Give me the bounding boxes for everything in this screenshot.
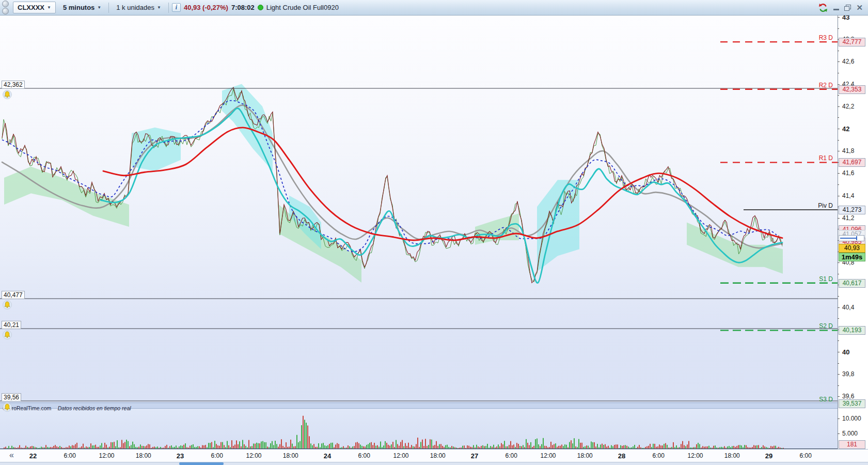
alert-bell-icon[interactable] (3, 402, 12, 412)
volume-tick (838, 433, 840, 434)
price-tick (838, 17, 840, 18)
time-axis-label: 6:00 (64, 452, 76, 459)
minimize-button[interactable] (833, 5, 839, 10)
price-tick (838, 307, 840, 308)
timeframe-label: 5 minutos (63, 4, 94, 11)
time-axis-label: 6:00 (653, 452, 665, 459)
alert-bell-icon[interactable] (3, 330, 12, 339)
volume-tick (838, 419, 840, 419)
alert-bell-icon[interactable] (3, 300, 12, 309)
price-tick (838, 262, 840, 263)
candle-countdown-badge: 1m49s (839, 253, 865, 261)
time-axis-label: 18:00 (577, 452, 593, 459)
price-tick-label: 41,6 (842, 169, 854, 177)
price-level-badge: 41,273 (839, 206, 865, 214)
price-tick-label: 41,8 (842, 147, 854, 154)
time-axis-label: 28 (618, 452, 625, 460)
price-minor-tick (838, 340, 839, 341)
time-axis-label: 18:00 (430, 452, 446, 459)
time-axis-label: 12:00 (540, 452, 556, 459)
instrument-selector[interactable]: CLXXXX ▼ (13, 2, 56, 13)
refresh-icon[interactable] (818, 3, 828, 13)
price-tick (838, 218, 840, 219)
units-selector[interactable]: 1 k unidades ▼ (112, 2, 165, 13)
instrument-label: CLXXXX (18, 4, 44, 11)
price-minor-tick (838, 28, 839, 29)
chevron-down-icon: ▼ (97, 5, 101, 10)
current-volume-badge: 181 (839, 440, 865, 449)
grip-knob-icon (2, 1, 9, 7)
alert-bell-icon[interactable] (3, 90, 12, 99)
pivot-level-label: S2 D (819, 322, 833, 330)
price-tick-label: 41,2 (842, 214, 854, 222)
chevron-down-icon: ▼ (157, 5, 161, 10)
price-tick (838, 173, 840, 174)
price-tick-label: 42,6 (842, 58, 854, 65)
pivot-level-label: R2 D (819, 82, 833, 89)
price-level-badge: 39,537 (839, 399, 865, 408)
volume-tick-label: 5.000 (842, 430, 858, 437)
pivot-level-label: R3 D (819, 34, 833, 41)
time-axis-label: 6:00 (506, 452, 517, 459)
price-tick (838, 129, 840, 129)
price-level-badge: 40,617 (839, 279, 865, 288)
price-tick (838, 84, 840, 85)
depth-gauge (839, 235, 864, 241)
time-axis-label: 12:00 (99, 452, 114, 459)
time-axis-label: 18:00 (724, 452, 740, 459)
price-level-badge: 42,353 (839, 85, 865, 94)
pivot-level-label: R1 D (819, 154, 833, 162)
price-level-badge: 41,697 (839, 158, 865, 167)
info-icon[interactable]: i (172, 3, 181, 12)
time-axis-label: 23 (177, 452, 184, 460)
price-tick (838, 396, 840, 397)
instrument-full-name: Light Crude Oil Full0920 (266, 4, 339, 11)
alert-price-label: 40,21 (2, 321, 21, 329)
price-tick-label: 42 (842, 125, 849, 133)
restore-button[interactable] (844, 5, 851, 11)
price-tick (838, 151, 840, 151)
window-grip-icon (2, 1, 9, 14)
time-axis-label: 6:00 (211, 452, 223, 459)
price-minor-tick (838, 296, 839, 297)
last-price-badge: 40,93 (839, 244, 865, 253)
price-minor-tick (838, 95, 839, 96)
alert-price-label: 39,56 (2, 393, 21, 401)
price-minor-tick (838, 117, 839, 118)
application-window: CLXXXX ▼ 5 minutos ▼ 1 k unidades ▼ i 40… (0, 0, 868, 465)
time-axis-label: 12:00 (687, 452, 703, 459)
pivot-level-label: Piv D (818, 202, 833, 209)
time-axis-label: 6:00 (358, 452, 370, 459)
time-axis-label: 18:00 (283, 452, 298, 459)
price-level-badge: 40,193 (839, 326, 865, 335)
quote-time: 7:08:02 (231, 4, 255, 11)
volume-tick-label: 10.000 (842, 415, 861, 422)
time-axis-label: 24 (324, 452, 331, 460)
units-label: 1 k unidades (116, 4, 154, 11)
scroll-back-button[interactable]: « (7, 451, 16, 460)
volume-panel-background (0, 409, 838, 449)
price-minor-tick (838, 184, 839, 185)
scrollbar-thumb[interactable] (179, 462, 224, 465)
divider (168, 3, 169, 13)
price-minor-tick (838, 51, 839, 51)
timeframe-selector[interactable]: 5 minutos ▼ (59, 2, 105, 13)
price-tick (838, 352, 840, 352)
time-axis-label: 29 (765, 452, 772, 460)
close-button[interactable]: ✕ (856, 4, 863, 11)
grip-knob-icon (2, 8, 9, 14)
copyright-bar: © ProRealTime.com Datos recibidos en tie… (0, 402, 838, 409)
price-minor-tick (838, 363, 839, 364)
alert-price-label: 40,477 (2, 291, 25, 299)
divider (108, 3, 109, 13)
price-minor-tick (838, 73, 839, 73)
scrollbar-track[interactable] (0, 462, 868, 465)
price-tick (838, 196, 840, 196)
connection-status-icon (258, 5, 263, 10)
pivot-level-label: S1 D (819, 275, 833, 283)
pivot-level-label: S3 D (819, 396, 833, 403)
price-tick-label: 40,4 (842, 304, 854, 311)
time-axis-label: 12:00 (246, 452, 261, 459)
price-tick (838, 106, 840, 107)
time-axis-label: 27 (471, 452, 478, 460)
